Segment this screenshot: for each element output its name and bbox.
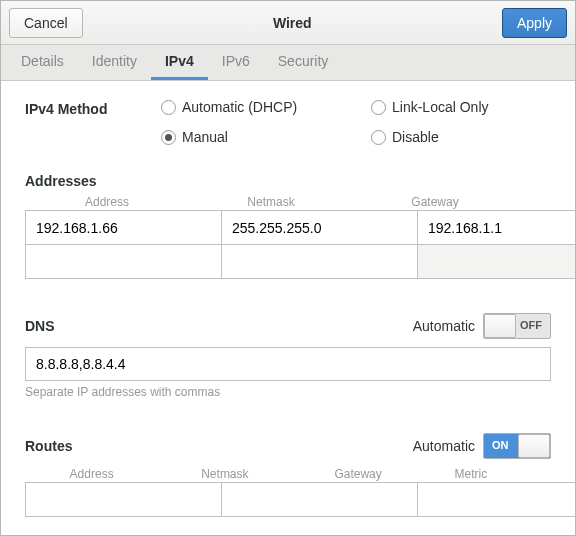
col-header-metric: Metric [425, 467, 517, 481]
route-row [25, 483, 551, 517]
radio-link-local-only[interactable]: Link-Local Only [371, 99, 551, 115]
switch-on-label: ON [492, 439, 509, 451]
tab-details[interactable]: Details [7, 45, 78, 80]
radio-icon [161, 130, 176, 145]
col-header-netmask: Netmask [189, 195, 353, 209]
address-input[interactable] [25, 244, 222, 279]
routes-automatic-group: Automatic ON [413, 433, 551, 459]
gateway-input [417, 244, 575, 279]
radio-label: Automatic (DHCP) [182, 99, 297, 115]
ipv4-method-options: Automatic (DHCP) Link-Local Only Manual … [161, 99, 551, 145]
netmask-input[interactable] [221, 210, 418, 245]
dialog-title: Wired [273, 15, 312, 31]
routes-header: Routes Automatic ON [25, 433, 551, 459]
radio-disable[interactable]: Disable [371, 129, 551, 145]
tab-ipv6[interactable]: IPv6 [208, 45, 264, 80]
gateway-input[interactable] [417, 210, 575, 245]
route-netmask-input[interactable] [221, 482, 418, 517]
routes-title: Routes [25, 438, 72, 454]
switch-knob [518, 434, 550, 458]
route-gateway-input[interactable] [417, 482, 575, 517]
tab-security[interactable]: Security [264, 45, 343, 80]
route-address-input[interactable] [25, 482, 222, 517]
switch-knob [484, 314, 516, 338]
address-row [25, 211, 551, 245]
dns-header: DNS Automatic OFF [25, 313, 551, 339]
dns-hint: Separate IP addresses with commas [25, 385, 551, 399]
radio-label: Disable [392, 129, 439, 145]
col-header-gateway: Gateway [353, 195, 517, 209]
address-row [25, 245, 551, 279]
col-header-address: Address [25, 195, 189, 209]
radio-automatic-dhcp[interactable]: Automatic (DHCP) [161, 99, 371, 115]
content-area: IPv4 Method Automatic (DHCP) Link-Local … [1, 81, 575, 535]
radio-manual[interactable]: Manual [161, 129, 371, 145]
address-input[interactable] [25, 210, 222, 245]
routes-automatic-label: Automatic [413, 438, 475, 454]
addresses-title: Addresses [25, 173, 551, 189]
radio-icon [371, 100, 386, 115]
dns-automatic-switch[interactable]: OFF [483, 313, 551, 339]
dns-servers-input[interactable] [25, 347, 551, 381]
dns-title: DNS [25, 318, 55, 334]
radio-icon [371, 130, 386, 145]
col-header-gateway: Gateway [292, 467, 425, 481]
radio-icon [161, 100, 176, 115]
tab-bar: Details Identity IPv4 IPv6 Security [1, 45, 575, 81]
switch-off-label: OFF [520, 319, 542, 331]
tab-identity[interactable]: Identity [78, 45, 151, 80]
cancel-button[interactable]: Cancel [9, 8, 83, 38]
radio-label: Link-Local Only [392, 99, 489, 115]
routes-automatic-switch[interactable]: ON [483, 433, 551, 459]
routes-column-headers: Address Netmask Gateway Metric [25, 467, 551, 481]
col-header-address: Address [25, 467, 158, 481]
apply-button[interactable]: Apply [502, 8, 567, 38]
dns-automatic-group: Automatic OFF [413, 313, 551, 339]
dns-automatic-label: Automatic [413, 318, 475, 334]
dialog-header: Cancel Wired Apply [1, 1, 575, 45]
ipv4-method-section: IPv4 Method Automatic (DHCP) Link-Local … [25, 99, 551, 145]
ipv4-method-label: IPv4 Method [25, 99, 161, 145]
col-header-netmask: Netmask [158, 467, 291, 481]
netmask-input[interactable] [221, 244, 418, 279]
radio-label: Manual [182, 129, 228, 145]
tab-ipv4[interactable]: IPv4 [151, 45, 208, 80]
addresses-column-headers: Address Netmask Gateway [25, 195, 551, 209]
